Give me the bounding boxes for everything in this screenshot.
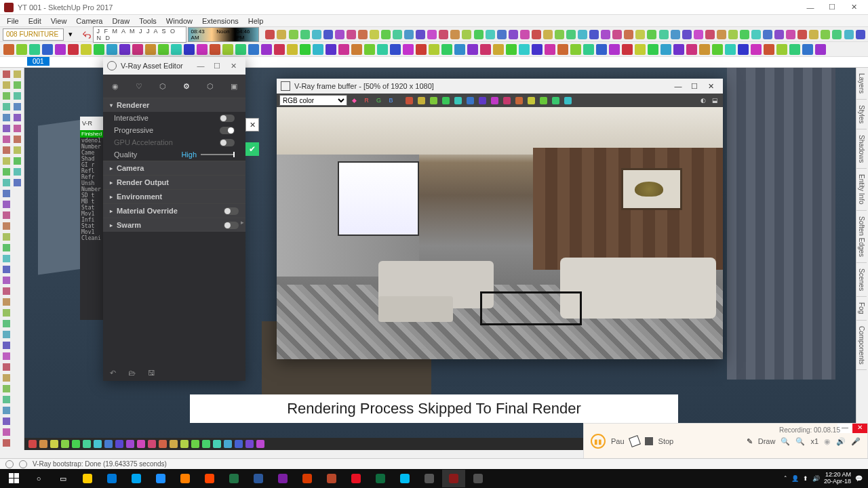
- menu-tools[interactable]: Tools: [135, 16, 161, 26]
- toolbar2-icon-39[interactable]: [505, 43, 517, 55]
- toolbar1-icon-14[interactable]: [427, 28, 437, 40]
- tray-scenes[interactable]: Scenes: [856, 263, 867, 297]
- toolbar2-icon-46[interactable]: [595, 43, 607, 55]
- tool-icon-26[interactable]: [1, 351, 12, 361]
- toolbar1-icon-24[interactable]: [542, 28, 553, 40]
- vfb-tool-0[interactable]: [404, 96, 414, 106]
- vp-tool-19[interactable]: [235, 440, 243, 448]
- vp-tool-18[interactable]: [224, 440, 232, 448]
- webcam-icon[interactable]: ◉: [824, 437, 831, 446]
- time-selector[interactable]: 08:43 AM Noon 04:46 PM: [188, 27, 259, 42]
- tray-chevron-icon[interactable]: ˄: [784, 475, 787, 482]
- toolbar2-icon-16[interactable]: [209, 43, 220, 55]
- taskbar-app-7[interactable]: [247, 470, 270, 487]
- toolbar1-icon-29[interactable]: [601, 28, 611, 40]
- tray-entity-info[interactable]: Entity Info: [856, 169, 867, 210]
- tool-icon-20[interactable]: [1, 286, 12, 296]
- menu-file[interactable]: File: [3, 16, 23, 26]
- pause-button[interactable]: ▮▮: [591, 434, 606, 449]
- vp-tool-8[interactable]: [115, 440, 123, 448]
- toolbar2-icon-6[interactable]: [80, 43, 92, 55]
- channel-g[interactable]: G: [374, 96, 384, 106]
- taskbar-app-11[interactable]: [344, 470, 368, 487]
- vp-tool-9[interactable]: [126, 440, 134, 448]
- vfb-tool-13[interactable]: [563, 96, 573, 106]
- toggle-interactive[interactable]: [220, 115, 235, 122]
- tool-icon-28[interactable]: [1, 373, 12, 383]
- vfb-swatch-icon[interactable]: ◆: [349, 96, 359, 106]
- vlog-header[interactable]: V-R: [80, 117, 103, 130]
- tray-people-icon[interactable]: 👤: [791, 475, 799, 482]
- toolbar2-icon-41[interactable]: [531, 43, 542, 55]
- taskbar-app-2[interactable]: [125, 470, 148, 487]
- menu-camera[interactable]: Camera: [72, 16, 106, 26]
- toolbar1-icon-18[interactable]: [473, 28, 484, 40]
- taskbar-app-13[interactable]: [393, 470, 416, 487]
- section-camera[interactable]: Camera: [103, 161, 245, 175]
- toolbar2-icon-26[interactable]: [338, 43, 349, 55]
- vp-tool-1[interactable]: [39, 440, 47, 448]
- vp-tool-5[interactable]: [83, 440, 91, 448]
- toolbar1-icon-38[interactable]: [705, 28, 715, 40]
- vp-tool-2[interactable]: [50, 440, 58, 448]
- taskbar-app-9[interactable]: [296, 470, 319, 487]
- tool-icon-29[interactable]: [1, 384, 12, 394]
- taskbar-app-0[interactable]: [76, 470, 99, 487]
- geometry-icon[interactable]: ⬡: [155, 79, 170, 94]
- toolbar2-icon-57[interactable]: [737, 43, 749, 55]
- vp-tool-7[interactable]: [104, 440, 113, 448]
- toolbar1-icon-35[interactable]: [670, 28, 680, 40]
- toolbar1-icon-11[interactable]: [393, 28, 403, 40]
- vfb-tool-12[interactable]: [551, 96, 561, 106]
- notifications-icon[interactable]: 💬: [855, 475, 863, 482]
- taskbar-app-16[interactable]: [467, 470, 490, 487]
- folder-icon[interactable]: 🗁: [128, 369, 136, 377]
- tray-fog[interactable]: Fog: [856, 297, 867, 320]
- recorder-close-button[interactable]: ✕: [852, 424, 867, 433]
- toolbar2-icon-12[interactable]: [157, 43, 169, 55]
- vfb-histogram-icon[interactable]: ◐: [698, 96, 708, 106]
- vfb-tool-9[interactable]: [514, 96, 524, 106]
- toolbar1-icon-17[interactable]: [462, 28, 472, 40]
- tool-icon-38[interactable]: [12, 102, 22, 112]
- toolbar2-icon-47[interactable]: [608, 43, 620, 55]
- vfb-tool-6[interactable]: [477, 96, 488, 106]
- tool-icon-44[interactable]: [12, 167, 22, 177]
- toolbar1-icon-47[interactable]: [809, 28, 819, 40]
- toolbar1-icon-37[interactable]: [693, 28, 703, 40]
- expand-arrow-icon[interactable]: ▸: [241, 219, 244, 226]
- vp-tool-10[interactable]: [137, 440, 145, 448]
- tool-icon-33[interactable]: [1, 427, 12, 437]
- status-icon-2[interactable]: [19, 460, 27, 468]
- taskview-icon[interactable]: ▭: [52, 470, 75, 487]
- channel-b[interactable]: B: [386, 96, 396, 106]
- toolbar1-icon-15[interactable]: [439, 28, 449, 40]
- tool-icon-1[interactable]: [1, 80, 12, 90]
- toolbar2-icon-14[interactable]: [183, 43, 195, 55]
- toolbar1-icon-2[interactable]: [288, 28, 298, 40]
- toolbar1-icon-6[interactable]: [334, 28, 344, 40]
- vray-close-button[interactable]: ✕: [225, 62, 241, 70]
- toolbar2-icon-19[interactable]: [248, 43, 259, 55]
- vp-tool-4[interactable]: [72, 440, 80, 448]
- toolbar2-icon-5[interactable]: [67, 43, 79, 55]
- vfb-tool-5[interactable]: [465, 96, 475, 106]
- toolbar2-icon-61[interactable]: [789, 43, 800, 55]
- tool-icon-18[interactable]: [1, 264, 12, 274]
- section-renderer[interactable]: Renderer: [103, 98, 245, 112]
- layers-icon[interactable]: ▾: [65, 28, 75, 40]
- toolbar2-icon-62[interactable]: [802, 43, 813, 55]
- toolbar2-icon-54[interactable]: [698, 43, 710, 55]
- vp-tool-15[interactable]: [191, 440, 199, 448]
- toolbar2-icon-58[interactable]: [750, 43, 762, 55]
- taskbar-app-5[interactable]: [198, 470, 221, 487]
- toolbar2-icon-38[interactable]: [492, 43, 504, 55]
- toolbar2-icon-17[interactable]: [222, 43, 233, 55]
- menu-help[interactable]: Help: [244, 16, 268, 26]
- toolbar1-icon-7[interactable]: [346, 28, 356, 40]
- tray-volume-icon[interactable]: 🔊: [812, 475, 820, 482]
- mic-icon[interactable]: 🎤: [851, 437, 861, 446]
- toolbar2-icon-45[interactable]: [583, 43, 594, 55]
- toolbar1-icon-49[interactable]: [832, 28, 842, 40]
- vp-tool-14[interactable]: [180, 440, 189, 448]
